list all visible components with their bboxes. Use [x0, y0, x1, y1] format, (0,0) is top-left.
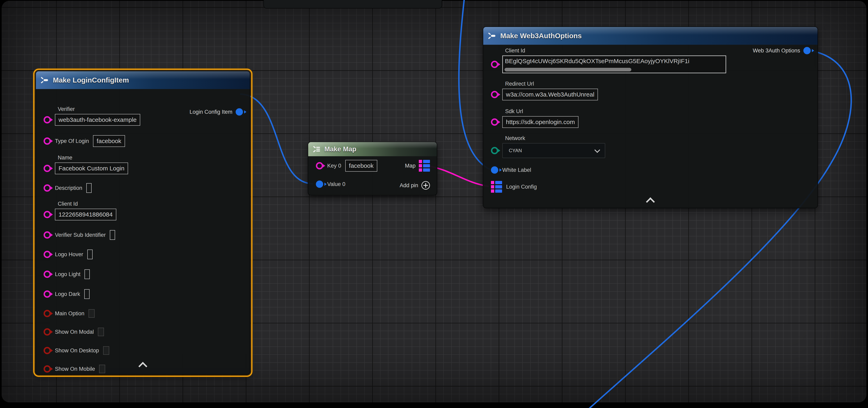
pin-label: Logo Hover — [55, 251, 83, 258]
node-make-loginconfigitem[interactable]: Make LoginConfigItem Login Config Item V… — [35, 71, 250, 375]
input-pin-show-on-modal[interactable] — [43, 328, 51, 336]
input-pin-show-on-desktop[interactable] — [43, 347, 51, 354]
chevron-down-icon — [594, 147, 600, 153]
input-pin-client-id[interactable] — [43, 211, 51, 218]
pin-row-white-label: White Label — [491, 166, 531, 174]
input-pin-value-0[interactable] — [316, 180, 323, 188]
input-pin-logo-dark[interactable] — [43, 291, 51, 298]
pin-label: Name — [58, 155, 72, 161]
type-of-login-field[interactable]: facebook — [93, 135, 125, 147]
description-field[interactable] — [86, 183, 92, 193]
pin-label: Logo Light — [55, 271, 81, 277]
node-title: Make Map — [324, 145, 356, 153]
pin-row-redirect-url: Redirect Url w3a://com.w3a.Web3AuthUnrea… — [491, 89, 598, 100]
pin-row-type-of-login: Type Of Login facebook — [43, 135, 125, 147]
verifier-sub-identifier-field[interactable] — [110, 230, 115, 240]
pin-row-verifier: Verifier web3auth-facebook-example — [43, 114, 140, 126]
input-pin-show-on-mobile[interactable] — [43, 365, 51, 373]
input-pin-client-id[interactable] — [491, 61, 498, 68]
pin-label: Description — [55, 185, 82, 191]
input-pin-verifier-sub-identifier[interactable] — [43, 231, 51, 239]
output-pin-web3auth-options[interactable] — [803, 47, 811, 54]
sdk-url-field[interactable]: https://sdk.openlogin.com — [502, 116, 579, 128]
logo-dark-field[interactable] — [84, 289, 90, 299]
pin-label: Login Config — [506, 184, 537, 190]
input-pin-redirect-url[interactable] — [491, 91, 498, 98]
show-on-mobile-checkbox[interactable] — [99, 365, 105, 373]
pin-label: Verifier — [58, 106, 75, 112]
node-make-map[interactable]: Make Map Key 0 facebook Map Value 0 Add … — [308, 142, 437, 196]
logo-hover-field[interactable] — [87, 249, 93, 259]
logo-light-field[interactable] — [85, 269, 90, 279]
output-pin-map[interactable] — [419, 160, 430, 172]
pin-row-description: Description — [43, 183, 92, 193]
input-pin-logo-light[interactable] — [43, 271, 51, 278]
output-row-login-config-item: Login Config Item — [189, 108, 243, 115]
pin-row-show-on-desktop: Show On Desktop — [43, 346, 109, 355]
pin-row-show-on-modal: Show On Modal — [43, 328, 104, 336]
pin-label: Logo Dark — [55, 291, 80, 297]
pin-row-main-option: Main Option — [43, 309, 95, 318]
pin-label: Sdk Url — [505, 108, 523, 114]
network-dropdown[interactable]: CYAN — [502, 143, 605, 158]
verifier-field[interactable]: web3auth-facebook-example — [55, 114, 140, 126]
output-pin-login-config-item[interactable] — [236, 108, 243, 115]
input-pin-logo-hover[interactable] — [43, 251, 51, 258]
pin-row-logo-light: Logo Light — [43, 269, 90, 279]
pin-row-logo-dark: Logo Dark — [43, 289, 90, 299]
show-on-desktop-checkbox[interactable] — [103, 346, 109, 355]
pin-label: Client Id — [58, 201, 78, 207]
pin-label: Redirect Url — [505, 81, 534, 87]
client-id-text: BEglQSgt4cUWcj6SKRdu5QkOXTsePmMcusG5EAoy… — [503, 56, 725, 65]
pin-row-verifier-sub-identifier: Verifier Sub Identifier — [43, 230, 115, 240]
output-pin-label: Login Config Item — [189, 109, 232, 115]
input-pin-name[interactable] — [43, 165, 51, 172]
main-option-checkbox[interactable] — [89, 309, 95, 318]
pin-row-sdk-url: Sdk Url https://sdk.openlogin.com — [491, 116, 579, 128]
redirect-url-field[interactable]: w3a://com.w3a.Web3AuthUnreal — [502, 89, 598, 100]
output-pin-label: Map — [405, 163, 415, 169]
collapse-node-chevron-icon[interactable] — [646, 197, 655, 206]
node-title: Make Web3AuthOptions — [500, 32, 582, 40]
pin-label: Key 0 — [327, 163, 341, 169]
add-pin-row: Add pin — [400, 181, 430, 190]
add-pin-button[interactable] — [422, 181, 430, 190]
pin-row-client-id: Client Id BEglQSgt4cUWcj6SKRdu5QkOXTsePm… — [491, 56, 726, 73]
input-pin-white-label[interactable] — [491, 166, 498, 174]
node-header[interactable]: Make LoginConfigItem — [36, 71, 250, 89]
client-id-field[interactable]: BEglQSgt4cUWcj6SKRdu5QkOXTsePmMcusG5EAoy… — [502, 56, 726, 73]
input-pin-main-option[interactable] — [43, 310, 51, 317]
network-selected-value: CYAN — [509, 148, 522, 154]
pin-label: Client Id — [505, 47, 525, 54]
input-pin-description[interactable] — [43, 184, 51, 192]
pin-label: Type Of Login — [55, 138, 89, 144]
name-field[interactable]: Facebook Custom Login — [55, 163, 128, 174]
client-id-field[interactable]: 1222658941886084 — [55, 209, 116, 220]
pin-label: Network — [505, 135, 525, 141]
output-pin-label: Web 3Auth Options — [753, 47, 800, 54]
add-pin-label: Add pin — [400, 182, 418, 189]
pin-label: Show On Modal — [55, 329, 94, 335]
node-title: Make LoginConfigItem — [53, 76, 129, 84]
input-pin-key-0[interactable] — [316, 162, 323, 169]
pin-label: Value 0 — [327, 181, 345, 188]
offscreen-node-bottom-edge[interactable] — [264, 0, 442, 8]
input-pin-verifier[interactable] — [43, 116, 51, 124]
input-pin-network[interactable] — [491, 147, 498, 154]
node-make-web3authoptions[interactable]: Make Web3AuthOptions Web 3Auth Options C… — [483, 27, 818, 208]
horizontal-scrollbar[interactable] — [504, 68, 631, 71]
pin-row-network: Network CYAN — [491, 143, 605, 158]
pin-row-logo-hover: Logo Hover — [43, 249, 93, 259]
node-header[interactable]: Make Web3AuthOptions — [483, 27, 817, 45]
node-header[interactable]: Make Map — [308, 142, 437, 156]
pin-label: Verifier Sub Identifier — [55, 232, 106, 238]
collapse-node-chevron-icon[interactable] — [138, 362, 147, 371]
input-pin-type-of-login[interactable] — [43, 137, 51, 145]
blueprint-editor: Make LoginConfigItem Login Config Item V… — [0, 0, 868, 408]
pin-label: Show On Desktop — [55, 347, 99, 354]
input-pin-sdk-url[interactable] — [491, 118, 498, 126]
input-pin-login-config[interactable] — [491, 181, 502, 193]
show-on-modal-checkbox[interactable] — [98, 328, 104, 336]
make-struct-icon — [40, 77, 49, 83]
key-0-field[interactable]: facebook — [345, 160, 377, 172]
